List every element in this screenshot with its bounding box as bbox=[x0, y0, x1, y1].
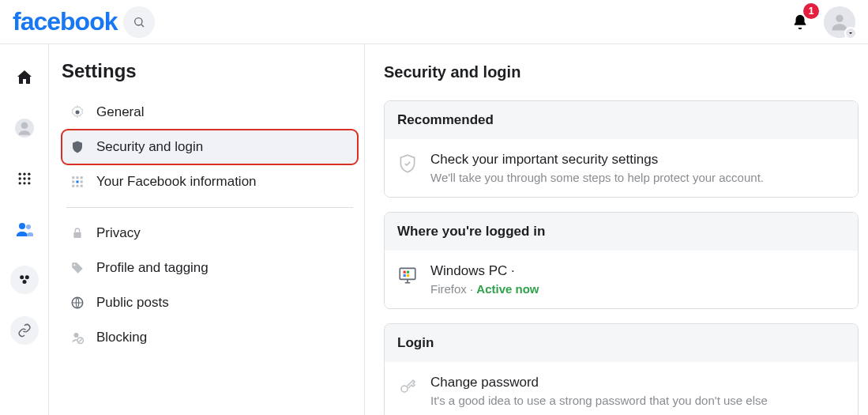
rail-profile[interactable] bbox=[10, 114, 39, 142]
lock-icon bbox=[70, 225, 85, 241]
top-header: facebook 1 bbox=[0, 0, 868, 44]
rail-grid[interactable] bbox=[10, 164, 39, 193]
search-button[interactable] bbox=[123, 6, 155, 38]
svg-rect-22 bbox=[81, 176, 83, 179]
rail-home[interactable] bbox=[10, 63, 39, 92]
svg-rect-26 bbox=[72, 185, 74, 187]
svg-point-17 bbox=[24, 275, 28, 279]
sidebar-item-label: Your Facebook information bbox=[96, 174, 257, 190]
svg-point-6 bbox=[23, 173, 25, 175]
row-title: Change password bbox=[430, 375, 768, 390]
svg-point-30 bbox=[73, 264, 75, 266]
rail-link[interactable] bbox=[10, 316, 39, 345]
search-icon bbox=[133, 16, 145, 28]
sidebar-divider bbox=[66, 207, 353, 208]
sidebar-item-security[interactable]: Security and login bbox=[62, 130, 358, 164]
svg-point-2 bbox=[836, 14, 843, 21]
row-text: Check your important security settings W… bbox=[430, 152, 764, 184]
sidebar-item-label: General bbox=[96, 104, 144, 120]
svg-point-11 bbox=[18, 182, 21, 184]
svg-rect-40 bbox=[404, 274, 406, 277]
account-menu[interactable] bbox=[824, 6, 855, 38]
svg-rect-21 bbox=[77, 176, 79, 179]
svg-point-16 bbox=[20, 275, 24, 279]
profile-icon bbox=[14, 118, 35, 138]
tag-icon bbox=[70, 260, 85, 276]
main-title: Security and login bbox=[384, 63, 859, 81]
login-card: Login Change password It's a good idea t… bbox=[384, 323, 859, 415]
row-title: Check your important security settings bbox=[430, 152, 764, 168]
svg-rect-29 bbox=[73, 232, 81, 238]
svg-rect-38 bbox=[404, 271, 406, 274]
sidebar-item-blocking[interactable]: Blocking bbox=[62, 320, 358, 355]
people-icon bbox=[15, 220, 34, 239]
svg-point-4 bbox=[21, 122, 28, 129]
svg-point-14 bbox=[19, 223, 25, 229]
home-icon bbox=[15, 68, 34, 87]
settings-sidebar: Settings General Security and login Your… bbox=[49, 44, 365, 415]
sidebar-item-general[interactable]: General bbox=[62, 95, 358, 130]
row-text: Windows PC · Firefox · Active now bbox=[430, 263, 539, 296]
sidebar-item-label: Blocking bbox=[96, 330, 147, 345]
notification-badge: 1 bbox=[803, 3, 819, 19]
svg-point-32 bbox=[74, 333, 79, 338]
session-browser: Firefox · Active now bbox=[430, 282, 539, 296]
grid-icon bbox=[17, 171, 32, 187]
svg-rect-41 bbox=[407, 274, 409, 277]
header-right: 1 bbox=[784, 6, 855, 38]
left-rail bbox=[0, 44, 49, 415]
svg-line-1 bbox=[141, 25, 144, 27]
svg-point-12 bbox=[23, 182, 25, 184]
svg-point-19 bbox=[76, 111, 80, 115]
sidebar-item-public-posts[interactable]: Public posts bbox=[62, 285, 358, 320]
content-area: Settings General Security and login Your… bbox=[0, 44, 868, 415]
group-icon bbox=[17, 272, 32, 288]
sidebar-item-your-info[interactable]: Your Facebook information bbox=[62, 164, 358, 199]
session-row[interactable]: Windows PC · Firefox · Active now bbox=[385, 251, 858, 308]
rail-friends[interactable] bbox=[10, 215, 39, 243]
page-title: Settings bbox=[62, 60, 358, 82]
svg-rect-28 bbox=[81, 185, 83, 187]
link-icon bbox=[17, 323, 32, 338]
card-header: Where you're logged in bbox=[385, 213, 858, 251]
svg-point-7 bbox=[28, 173, 30, 175]
svg-rect-24 bbox=[77, 181, 79, 183]
svg-rect-27 bbox=[77, 185, 79, 187]
row-subtitle: We'll take you through some steps to hel… bbox=[430, 171, 764, 184]
svg-point-13 bbox=[28, 182, 30, 184]
svg-rect-23 bbox=[72, 181, 74, 183]
svg-rect-35 bbox=[400, 268, 415, 279]
monitor-icon bbox=[397, 265, 418, 285]
svg-point-18 bbox=[22, 280, 26, 284]
svg-rect-25 bbox=[81, 181, 83, 183]
sidebar-group: General Security and login Your Facebook… bbox=[62, 95, 358, 355]
check-security-row[interactable]: Check your important security settings W… bbox=[385, 139, 858, 197]
rail-groups[interactable] bbox=[10, 266, 39, 294]
gear-icon bbox=[70, 104, 85, 120]
sidebar-item-profile-tagging[interactable]: Profile and tagging bbox=[62, 251, 358, 285]
facebook-logo[interactable]: facebook bbox=[13, 7, 117, 36]
sidebar-item-label: Security and login bbox=[96, 139, 203, 155]
svg-point-42 bbox=[401, 386, 408, 392]
active-status: Active now bbox=[476, 282, 539, 296]
recommended-card: Recommended Check your important securit… bbox=[384, 100, 859, 198]
svg-rect-20 bbox=[72, 176, 74, 179]
where-logged-in-card: Where you're logged in Windows PC · Fire… bbox=[384, 212, 859, 309]
block-icon bbox=[70, 330, 85, 345]
info-grid-icon bbox=[70, 174, 85, 190]
card-header: Recommended bbox=[385, 101, 858, 139]
sidebar-item-label: Public posts bbox=[96, 295, 169, 311]
header-left: facebook bbox=[13, 6, 155, 38]
session-device: Windows PC · bbox=[430, 263, 539, 279]
notifications-button[interactable]: 1 bbox=[784, 6, 816, 38]
row-subtitle: It's a good idea to use a strong passwor… bbox=[430, 394, 768, 407]
chevron-down-icon bbox=[844, 27, 857, 40]
svg-point-5 bbox=[18, 173, 21, 175]
shield-icon bbox=[70, 139, 85, 155]
sidebar-item-label: Privacy bbox=[96, 225, 141, 241]
main-panel: Security and login Recommended Check you… bbox=[365, 44, 868, 415]
sidebar-item-privacy[interactable]: Privacy bbox=[62, 216, 358, 251]
svg-point-9 bbox=[23, 177, 25, 179]
change-password-row[interactable]: Change password It's a good idea to use … bbox=[385, 362, 858, 415]
globe-icon bbox=[70, 295, 85, 311]
